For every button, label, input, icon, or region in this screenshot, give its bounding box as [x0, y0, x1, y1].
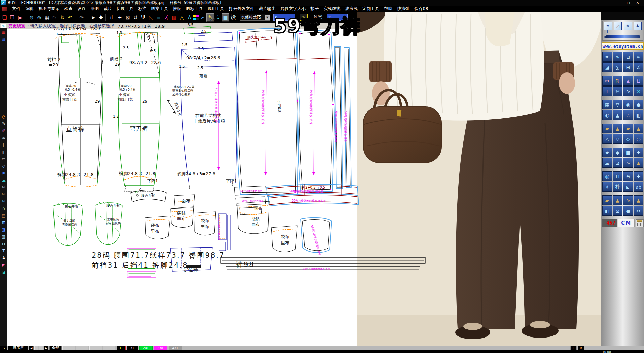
menu-item-9[interactable]: 图案工具 — [149, 6, 171, 12]
half-box-icon[interactable]: ◧ — [602, 206, 612, 216]
mirror-icon[interactable]: ◫ — [0, 149, 7, 155]
marker-b-icon[interactable]: ▲ — [613, 124, 622, 133]
parallel-icon[interactable]: ‖ — [0, 141, 7, 148]
arrow-right-icon[interactable]: ▶ — [44, 346, 48, 351]
curve-icon[interactable]: ∿ — [613, 52, 622, 62]
size-button-l[interactable]: L — [117, 346, 126, 350]
pu-flag-icon[interactable]: 朴 — [613, 182, 622, 192]
spiral-icon[interactable]: ◉ — [623, 100, 633, 109]
scissors-cyan-icon[interactable]: ✄ — [0, 198, 7, 204]
marker-a-icon[interactable]: ▰ — [602, 124, 612, 133]
drawing-canvas[interactable] — [7, 28, 357, 346]
gem-icon[interactable]: ◆ — [613, 148, 622, 157]
notch-tool-icon[interactable]: △ — [178, 13, 186, 22]
marker-c-icon[interactable]: ▰ — [623, 124, 633, 133]
tan-piece2-icon[interactable]: ▲ — [613, 195, 622, 205]
cup-icon[interactable]: ⊔ — [613, 171, 622, 181]
close-button[interactable]: ✕ — [634, 1, 641, 5]
iron-icon[interactable]: ◣ — [623, 182, 633, 192]
menu-item-20[interactable]: 帮助 — [382, 6, 395, 12]
split-piece-icon[interactable]: ⇅ — [613, 76, 622, 86]
snip-icon[interactable]: ✂ — [634, 206, 643, 216]
cross-icon[interactable]: ✚ — [634, 148, 643, 157]
text-icon[interactable]: A — [0, 255, 7, 261]
tan-hill-icon[interactable]: ▲ — [634, 195, 643, 205]
measure-angle-icon[interactable]: ∡ — [163, 13, 170, 22]
menu-item-7[interactable]: 切展工具 — [114, 6, 136, 12]
fabric-ball-icon[interactable]: ● — [634, 100, 643, 109]
delete-tool-icon[interactable]: ⊠ — [124, 13, 132, 22]
menu-item-10[interactable]: 推板 — [171, 6, 184, 12]
menu-item-0[interactable]: 文件 — [10, 6, 23, 12]
drop-tool-icon[interactable]: ⇣ — [214, 13, 222, 22]
dart-crown-icon[interactable]: ▲ — [623, 76, 633, 86]
pan-hand-icon[interactable]: ☞ — [51, 13, 59, 22]
redo-icon[interactable]: ↷ — [78, 13, 85, 22]
menu-item-6[interactable]: 裁片 — [101, 6, 114, 12]
tri-down-icon[interactable]: ▽ — [613, 134, 622, 144]
move-tool-icon[interactable]: ✥ — [97, 13, 105, 22]
zigzag-icon[interactable]: ∑ — [613, 62, 622, 72]
rider-icon[interactable]: ⊞ — [623, 62, 633, 72]
website-link[interactable]: www.etsystem.cn — [602, 42, 644, 50]
spray-icon[interactable]: ✳ — [602, 182, 612, 192]
table-icon[interactable]: ⊓ — [0, 240, 7, 247]
lamp-icon[interactable]: ▽ — [613, 100, 622, 109]
cloud-icon[interactable]: ☁ — [602, 158, 612, 168]
menu-item-12[interactable]: 选用工具 — [205, 6, 227, 12]
zoom-in-icon[interactable]: ⊕ — [35, 13, 43, 22]
pencil-icon[interactable]: ✎ — [0, 120, 7, 127]
dot-icon[interactable]: ● — [623, 206, 633, 216]
menu-item-15[interactable]: 属性文字大小 — [278, 6, 308, 12]
star-icon[interactable]: ★ — [602, 148, 612, 157]
refresh-view-icon[interactable]: ↻ — [59, 13, 66, 22]
size-button-xl[interactable]: XL — [127, 346, 138, 350]
wave-line-icon[interactable]: ≈ — [634, 52, 643, 62]
arrow-tool-icon[interactable]: ➣ — [199, 13, 206, 22]
layer-blue-icon[interactable]: ▦ — [0, 36, 7, 42]
scissors-icon[interactable]: ✂ — [602, 76, 612, 86]
marker-d-icon[interactable]: ▲ — [634, 124, 643, 133]
pattern-grid-icon[interactable]: ▩ — [222, 13, 229, 22]
bucket-icon[interactable]: ◐ — [602, 110, 612, 120]
unit-cm-button[interactable]: CM — [618, 219, 635, 227]
fold-piece-icon[interactable]: ◧ — [634, 110, 643, 120]
menu-item-5[interactable]: 绘图 — [88, 6, 101, 12]
design-pen-icon[interactable]: ✒ — [602, 52, 612, 62]
diamond-icon[interactable]: ◇ — [0, 163, 7, 169]
wave-cut-icon[interactable]: ∿ — [623, 86, 633, 96]
keyboard-icon[interactable]: ▦ — [43, 13, 51, 22]
save-file-icon[interactable]: ▣ — [16, 13, 24, 22]
cloud-icon[interactable]: ☁ — [0, 177, 7, 183]
menu-item-1[interactable]: 编辑 — [23, 6, 36, 12]
angle-ruler-icon[interactable]: ⊿ — [623, 52, 633, 62]
scissors-icon[interactable]: ✄ — [0, 184, 7, 190]
pant-piece-icon[interactable]: ▲ — [613, 110, 622, 120]
seam-tool-icon[interactable]: Ψ — [139, 13, 147, 22]
menu-item-8[interactable]: 标注 — [136, 6, 149, 12]
rotate-tool-icon[interactable]: ↺ — [132, 13, 139, 22]
tan-piece1-icon[interactable]: ▰ — [602, 195, 612, 205]
abc-text-icon[interactable]: ab — [634, 182, 643, 192]
wave-lines-icon[interactable]: ≋ — [0, 134, 7, 141]
pink-pencil-icon[interactable]: ✐ — [0, 127, 7, 134]
setup-tool-icon[interactable]: 设 — [229, 13, 237, 22]
s-button[interactable]: S — [0, 346, 7, 351]
menu-item-17[interactable]: 实线虚线 — [321, 6, 343, 12]
grid-icon[interactable]: ⊞ — [0, 219, 7, 226]
mode-select[interactable]: 智能模式F5 ▼ — [240, 14, 270, 21]
hatch-tool-icon[interactable]: ▨ — [170, 13, 178, 22]
right-piece-button[interactable]: R — [578, 346, 584, 350]
calculator-icon[interactable] — [636, 219, 644, 227]
size-button-4xl[interactable]: 4XL — [169, 346, 182, 350]
select-cursor-icon[interactable]: ➤ — [89, 13, 97, 22]
new-file-icon[interactable]: ❏ — [1, 13, 8, 22]
corner-box-icon[interactable]: ◩ — [0, 262, 7, 268]
block-icon[interactable]: ■ — [623, 148, 633, 157]
plus-icon[interactable]: ✚ — [634, 171, 643, 181]
menu-item-19[interactable]: 定制工具 — [360, 6, 382, 12]
pin-piece-icon[interactable]: ∠ — [634, 62, 643, 72]
menu-item-4[interactable]: 设置 — [75, 6, 88, 12]
undo-icon[interactable]: ↶ — [66, 13, 74, 22]
parallel-tool-icon[interactable]: = — [155, 13, 163, 22]
